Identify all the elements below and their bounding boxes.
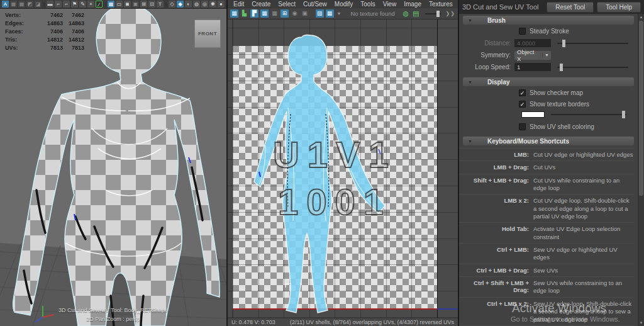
separator[interactable]: | bbox=[165, 1, 167, 8]
shadows-icon[interactable]: ● bbox=[218, 1, 225, 8]
collapse-triangle-icon[interactable]: ▼ bbox=[468, 80, 472, 84]
uv-tile-label: U1V1 bbox=[233, 137, 437, 173]
scroll-up-arrow-icon[interactable]: ▲ bbox=[638, 14, 644, 20]
border-color-swatch[interactable] bbox=[521, 111, 545, 118]
hud-row: Verts: 7462 7462 bbox=[5, 11, 84, 19]
view-cube[interactable]: FRONT bbox=[194, 20, 221, 48]
symmetry-dropdown[interactable]: Object X ▼ bbox=[514, 51, 551, 60]
film-gate-icon[interactable]: ▭ bbox=[116, 1, 123, 8]
uv-canvas[interactable]: U1V1 1001 bbox=[228, 20, 458, 318]
uv-distortion-icon[interactable]: ▦ bbox=[230, 9, 238, 18]
cut-sew-active-tool-icon[interactable]: ∕ bbox=[96, 1, 103, 8]
grid-dim-icon[interactable]: ▦ bbox=[270, 9, 279, 18]
scroll-down-arrow-icon[interactable]: ▼ bbox=[638, 320, 644, 326]
uv-shells-icon[interactable]: ▙ bbox=[240, 9, 248, 18]
snap-grid-icon[interactable]: ◩ bbox=[26, 1, 33, 8]
pixel-snap-icon[interactable]: ⊞ bbox=[280, 9, 289, 18]
bookmark-camera-icon[interactable]: ⌐ bbox=[63, 1, 70, 8]
lighting-icon[interactable]: ✺ bbox=[209, 1, 216, 8]
exposure-slider[interactable] bbox=[425, 13, 441, 14]
viewport-canvas[interactable]: Verts: 7462 7462 Edges: 14863 14863 Face… bbox=[0, 9, 226, 326]
border-width-slider-knob[interactable] bbox=[622, 111, 625, 118]
symmetry-row: Symmetry: Object X ▼ bbox=[459, 50, 634, 60]
uv-snapshot-icon[interactable]: ▣ bbox=[301, 9, 309, 18]
collapse-triangle-icon[interactable]: ▼ bbox=[468, 18, 472, 23]
separator[interactable]: | bbox=[104, 1, 106, 8]
show-checker-map-row: ✓ Show checker map bbox=[519, 87, 638, 98]
show-checker-map-checkbox[interactable]: ✓ bbox=[519, 89, 526, 96]
pane-divider[interactable] bbox=[226, 0, 228, 326]
baked-texture-icon[interactable]: ◍ bbox=[402, 9, 410, 18]
loop-speed-slider-knob[interactable] bbox=[560, 64, 563, 71]
camera-icon[interactable]: ▬ bbox=[47, 1, 53, 8]
menu-item[interactable]: Tools bbox=[360, 1, 375, 8]
exposure-slider-knob[interactable] bbox=[436, 11, 440, 17]
loop-speed-row: Loop Speed: 1 bbox=[459, 62, 634, 72]
distance-slider-knob[interactable] bbox=[562, 40, 565, 47]
image-display-icon[interactable]: ▨ bbox=[316, 9, 324, 18]
uv-layout-icon[interactable]: ▛ bbox=[250, 9, 258, 18]
menu-item[interactable]: Textures bbox=[429, 1, 453, 8]
grid-toggle-icon[interactable]: ▦ bbox=[260, 9, 269, 18]
wire-on-shaded-icon[interactable]: ◍ bbox=[193, 1, 200, 8]
selection-mask-icon[interactable]: A bbox=[2, 1, 9, 8]
image-ratio-icon[interactable]: ▤ bbox=[412, 9, 420, 18]
tool-help-button[interactable]: Tool Help bbox=[597, 2, 641, 13]
pencil-icon[interactable]: ✎ bbox=[79, 1, 86, 8]
separator[interactable]: | bbox=[43, 1, 45, 8]
pane-divider[interactable] bbox=[458, 0, 459, 326]
zoom-region-icon[interactable]: ⌖ bbox=[87, 1, 94, 8]
checker-display-icon[interactable]: ▦ bbox=[326, 9, 334, 18]
menu-item[interactable]: Select bbox=[278, 1, 296, 8]
shaded-icon[interactable]: ◆ bbox=[177, 1, 184, 8]
hud-toggle-icon[interactable]: T bbox=[157, 1, 164, 8]
pan-zoom-icon[interactable]: ⊡ bbox=[148, 1, 155, 8]
gate-mask-icon[interactable]: ▣ bbox=[132, 1, 139, 8]
textured-icon[interactable]: ◐ bbox=[185, 1, 192, 8]
bookmark-icon[interactable]: ⚑ bbox=[71, 1, 78, 8]
menu-item[interactable]: Image bbox=[404, 1, 421, 8]
uv-editor-pane[interactable]: Edit Create Select Cut/Sew Modify Tools … bbox=[228, 0, 458, 326]
default-material-icon[interactable]: ◎ bbox=[201, 1, 208, 8]
display-section-header[interactable]: ▼ Display bbox=[463, 77, 634, 86]
brush-section-header[interactable]: ▼ Brush bbox=[463, 16, 634, 25]
component-mode-icon[interactable]: ▦ bbox=[18, 1, 25, 8]
steady-stroke-checkbox[interactable] bbox=[519, 28, 526, 35]
object-mode-icon[interactable]: ▦ bbox=[10, 1, 17, 8]
field-chart-icon[interactable]: ⊞ bbox=[140, 1, 147, 8]
shortcut-row: Shift + LMB + Drag: Cut UVs while constr… bbox=[459, 174, 634, 194]
show-uv-shell-coloring-checkbox[interactable] bbox=[519, 123, 526, 130]
shortcut-row: Hold Tab: Activate UV Edge Loop selectio… bbox=[459, 222, 634, 243]
tool-panel-scrollbar[interactable]: ▲ ▼ bbox=[638, 14, 644, 326]
texture-dropdown-caret[interactable]: ▼ bbox=[337, 11, 341, 16]
camera-attrs-icon[interactable]: ⌐ bbox=[55, 1, 62, 8]
menu-item[interactable]: View bbox=[383, 1, 397, 8]
resolution-gate-icon[interactable]: ◙ bbox=[124, 1, 131, 8]
show-checker-map-label: Show checker map bbox=[530, 89, 583, 96]
grid-icon[interactable]: ▦ bbox=[108, 1, 114, 8]
loop-speed-slider[interactable] bbox=[557, 67, 628, 68]
reset-tool-button[interactable]: Reset Tool bbox=[547, 2, 594, 13]
uv-shell-stats: (2/11) UV shells, (8/764) overlapping UV… bbox=[290, 319, 454, 325]
shade-uvs-icon[interactable]: ◉ bbox=[291, 9, 299, 18]
loop-speed-field[interactable]: 1 bbox=[514, 63, 551, 71]
shortcuts-section-header[interactable]: ▼ Keyboard/Mouse Shortcuts bbox=[463, 137, 634, 145]
viewport-3d-pane[interactable]: A ▦ ▦ ◩ ◪ | ▬ ⌐ ⌐ ⚑ ✎ ⌖ bbox=[0, 0, 226, 326]
exposure-arrows-icon[interactable]: ❯❯ bbox=[446, 11, 455, 16]
snap-curve-icon[interactable]: ◪ bbox=[35, 1, 42, 8]
menu-item[interactable]: Modify bbox=[335, 1, 353, 8]
chevron-down-icon[interactable]: ▼ bbox=[542, 53, 551, 57]
loop-speed-label: Loop Speed: bbox=[459, 64, 514, 70]
menu-item[interactable]: Cut/Sew bbox=[303, 1, 327, 8]
distance-field[interactable]: 4.0000 bbox=[514, 39, 551, 47]
border-width-slider[interactable] bbox=[551, 114, 626, 115]
uv-editor-toolbar: ▦ ▙ ▛ ▦ ▦ ⊞ ◉ ▣ ▨ bbox=[228, 8, 458, 20]
show-texture-borders-checkbox[interactable]: ✓ bbox=[519, 101, 526, 108]
menu-item[interactable]: Edit bbox=[233, 1, 244, 8]
steady-stroke-row: Steady Stroke bbox=[519, 26, 634, 37]
scrollbar-thumb[interactable] bbox=[639, 21, 643, 196]
menu-item[interactable]: Create bbox=[252, 1, 270, 8]
collapse-triangle-icon[interactable]: ▼ bbox=[468, 139, 472, 143]
distance-slider[interactable] bbox=[557, 43, 628, 44]
wireframe-icon[interactable]: ◇ bbox=[169, 1, 175, 8]
